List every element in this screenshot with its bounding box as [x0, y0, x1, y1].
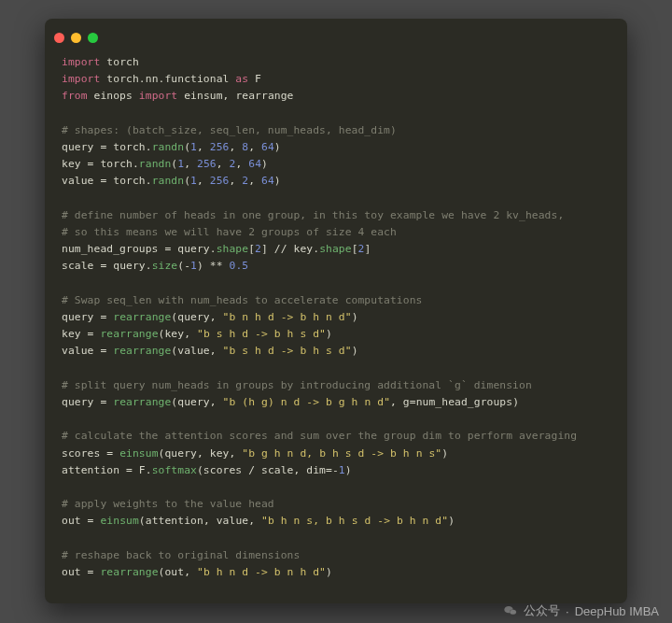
- token-fn: rearrange: [113, 396, 171, 408]
- token-fn: rearrange: [100, 566, 158, 578]
- token-punct: ,: [230, 141, 243, 153]
- token-op: =: [100, 311, 106, 323]
- code-line: # reshape back to original dimensions: [62, 547, 610, 564]
- zoom-icon[interactable]: [88, 33, 98, 43]
- token-mod: torch.nn.functional: [106, 73, 229, 85]
- token-op: =: [126, 464, 133, 476]
- token-fn: rearrange: [113, 311, 171, 323]
- token-fn: randn: [152, 141, 185, 153]
- token-mod: attention: [146, 515, 203, 527]
- token-punct: ): [441, 447, 448, 460]
- token-num: 1: [190, 175, 197, 187]
- code-line: query = rearrange(query, "b n h d -> b h…: [62, 309, 610, 326]
- token-cmt: # reshape back to original dimensions: [62, 549, 300, 561]
- token-num: 1: [339, 464, 345, 476]
- token-kw: from: [62, 90, 88, 102]
- token-punct: ,: [248, 141, 261, 153]
- token-num: 1: [190, 141, 197, 153]
- code-line: value = torch.randn(1, 256, 2, 64): [62, 173, 610, 190]
- token-punct: ,: [197, 141, 210, 153]
- token-mod: g: [403, 396, 410, 408]
- token-op: //: [274, 243, 287, 255]
- token-num: 1: [190, 260, 197, 272]
- token-mod: out: [62, 515, 88, 527]
- token-mod: query: [62, 396, 100, 408]
- token-mod: out: [164, 566, 184, 578]
- token-op: =-: [326, 464, 339, 476]
- code-line: # Swap seq_len with num_heads to acceler…: [62, 292, 610, 309]
- token-mod: torch.: [113, 141, 151, 153]
- code-block: import torchimport torch.nn.functional a…: [45, 49, 627, 594]
- token-mod: key: [62, 328, 88, 340]
- token-punct: ,: [217, 158, 230, 170]
- token-num: 0.5: [230, 260, 249, 272]
- code-line: # split query num_heads in groups by int…: [62, 377, 610, 394]
- token-op: =: [100, 396, 106, 408]
- token-mod: value: [217, 515, 249, 527]
- token-mod: key: [210, 447, 230, 460]
- token-mod: query: [62, 311, 100, 323]
- token-punct: ): [352, 311, 358, 323]
- token-cmt: # shapes: (batch_size, seq_len, num_head…: [62, 124, 397, 136]
- token-mod: dim: [306, 464, 326, 476]
- footer-watermark: 公众号 · DeepHub IMBA: [503, 602, 659, 619]
- token-mod: value: [177, 345, 210, 357]
- code-line: [62, 361, 610, 377]
- token-punct: ,: [248, 515, 261, 527]
- token-num: 256: [197, 158, 217, 170]
- token-punct: ): [326, 328, 332, 340]
- token-op: =: [106, 447, 113, 460]
- token-str: "b n h d -> b h n d": [223, 311, 352, 323]
- token-op: =: [100, 141, 106, 153]
- token-mod: query: [177, 396, 210, 408]
- code-line: attention = F.softmax(scores / scale, di…: [62, 462, 610, 479]
- minimize-icon[interactable]: [71, 33, 81, 43]
- code-line: [62, 276, 610, 292]
- token-str: "b s h d -> b h s d": [197, 328, 326, 340]
- token-mod: num_head_groups: [416, 396, 513, 408]
- wechat-icon: [503, 603, 518, 618]
- token-num: 256: [210, 175, 230, 187]
- token-op: /: [248, 464, 255, 476]
- code-line: [62, 106, 610, 122]
- token-punct: ): [345, 464, 352, 476]
- token-punct: ): [448, 515, 455, 527]
- code-line: value = rearrange(value, "b s h d -> b h…: [62, 343, 610, 360]
- token-punct: ,: [197, 447, 210, 460]
- code-line: query = rearrange(query, "b (h g) n d ->…: [62, 394, 610, 411]
- token-punct: ,: [210, 396, 223, 408]
- token-mod: query.: [113, 260, 151, 272]
- code-line: [62, 191, 610, 207]
- token-punct: (: [197, 464, 203, 476]
- token-kw: as: [235, 73, 248, 85]
- token-mod: query: [164, 447, 197, 460]
- token-punct: ]: [364, 243, 371, 255]
- token-punct: ): [197, 260, 210, 272]
- token-punct: (: [139, 515, 146, 527]
- token-str: "b h n s, b h s d -> b h n d": [261, 515, 448, 527]
- code-line: key = rearrange(key, "b s h d -> b h s d…: [62, 326, 610, 343]
- code-line: out = rearrange(out, "b h n d -> b n h d…: [62, 564, 610, 581]
- token-punct: ,: [184, 328, 197, 340]
- token-cmt: # apply weights to the value head: [62, 498, 274, 510]
- token-punct: ): [326, 566, 332, 578]
- token-mod: attention: [62, 464, 126, 476]
- token-mod: key: [164, 328, 184, 340]
- token-op: =: [100, 260, 106, 272]
- token-punct: ]: [261, 243, 274, 255]
- token-punct: ,: [210, 345, 223, 357]
- token-punct: ,: [184, 158, 197, 170]
- close-icon[interactable]: [54, 33, 64, 43]
- token-mod: torch: [106, 56, 139, 68]
- token-mod: scale: [62, 260, 100, 272]
- code-line: import torch: [62, 54, 610, 71]
- token-kw: import: [139, 90, 177, 102]
- token-fn: randn: [152, 175, 185, 187]
- token-cmt: # so this means we will have 2 groups of…: [62, 226, 397, 238]
- token-fn: rearrange: [100, 328, 158, 340]
- token-fn: rearrange: [113, 345, 171, 357]
- token-mod: value: [62, 175, 100, 187]
- token-mod: query.: [177, 243, 216, 255]
- token-op: =: [410, 396, 416, 408]
- token-str: "b g h n d, b h s d -> b h n s": [242, 447, 441, 460]
